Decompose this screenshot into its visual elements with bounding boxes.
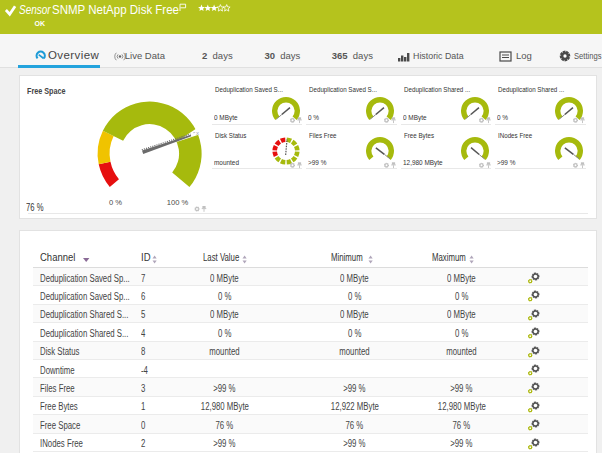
svg-text:x: x [196, 130, 199, 136]
